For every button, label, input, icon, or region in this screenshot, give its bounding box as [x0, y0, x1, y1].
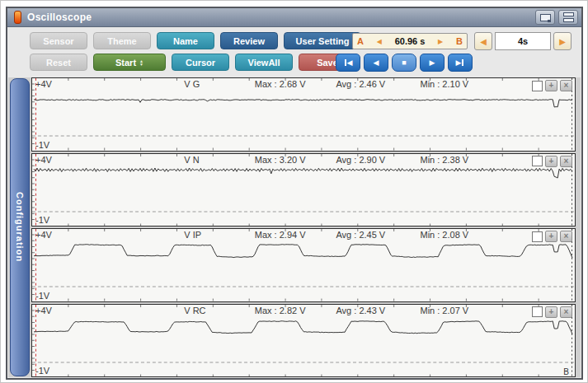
start-button[interactable]: Start ▲▼: [93, 54, 166, 71]
stop-button[interactable]: ■: [392, 54, 416, 72]
min-stat: Min : 2.38 V: [420, 155, 468, 165]
cursor-b-label: B: [456, 36, 463, 46]
title-bar: Oscilloscope: [7, 8, 581, 27]
y-max-label: +4V: [35, 230, 52, 240]
timebase-decrease-button[interactable]: ◀: [474, 32, 492, 50]
channel-name: V IP: [184, 230, 201, 240]
y-min-label: -1V: [35, 215, 49, 225]
monitor-icon: [540, 14, 551, 21]
reset-button[interactable]: Reset: [30, 54, 87, 71]
max-stat: Max : 2.82 V: [255, 306, 306, 315]
avg-stat: Avg : 2.43 V: [336, 306, 385, 315]
skip-to-end-button[interactable]: ▶: [448, 54, 473, 72]
waveform-canvas: [32, 229, 575, 301]
channel-select-checkbox[interactable]: [532, 81, 543, 91]
left-arrow-icon: ◀: [480, 37, 487, 46]
close-icon[interactable]: ×: [560, 231, 572, 242]
snapshot-button[interactable]: [535, 10, 555, 25]
max-stat: Max : 3.20 V: [255, 155, 306, 165]
bar-icon: [462, 59, 463, 66]
close-icon[interactable]: ×: [560, 80, 572, 91]
close-icon[interactable]: ×: [560, 306, 572, 318]
zoom-in-icon[interactable]: +: [545, 306, 557, 318]
plot-area: Configuration +4V V G Max : 2.68 V Avg :…: [8, 77, 581, 377]
timebase-control: ◀ 4s ▶: [474, 32, 572, 50]
y-max-label: +4V: [35, 79, 52, 89]
review-button[interactable]: Review: [220, 32, 278, 49]
timebase-increase-button[interactable]: ▶: [553, 32, 572, 50]
min-stat: Min : 2.07 V: [420, 306, 468, 315]
channel-select-checkbox[interactable]: [532, 231, 543, 242]
min-stat: Min : 2.08 V: [420, 230, 468, 240]
channel-panel-vip: +4V V IP Max : 2.94 V Avg : 2.45 V Min :…: [31, 228, 576, 302]
channel-select-checkbox[interactable]: [532, 306, 543, 317]
zoom-in-icon[interactable]: +: [545, 156, 557, 167]
toolbar: Sensor Theme Name Review User Setting Re…: [7, 27, 581, 77]
right-arrow-icon: ▶: [559, 37, 566, 46]
window-title: Oscilloscope: [27, 12, 92, 23]
theme-button[interactable]: Theme: [93, 32, 151, 49]
avg-stat: Avg : 2.46 V: [336, 79, 385, 89]
ab-interval-field[interactable]: A ◀ 60.96 s ▶ B: [352, 33, 468, 49]
cursor-a-arrow-icon[interactable]: ◀: [377, 38, 382, 45]
min-stat: Min : 2.10 V: [420, 79, 468, 89]
transport-controls: ◀ ◀ ■ ▶ ▶: [336, 54, 473, 72]
oscilloscope-window: Oscilloscope Sensor Theme Name Review Us…: [6, 7, 583, 380]
stacked-bars-icon: [563, 12, 574, 22]
y-min-label: -1V: [35, 291, 49, 301]
bar-icon: [345, 59, 346, 66]
close-icon[interactable]: ×: [560, 156, 572, 167]
y-max-label: +4V: [35, 155, 52, 165]
sensor-button[interactable]: Sensor: [30, 32, 87, 49]
cursor-a-label: A: [357, 36, 364, 46]
waveform-canvas: [32, 78, 575, 151]
channel-stack: +4V V G Max : 2.68 V Avg : 2.46 V Min : …: [31, 77, 576, 377]
app-icon: [14, 11, 21, 24]
y-max-label: +4V: [35, 306, 52, 315]
channel-name: V G: [184, 79, 200, 89]
b-cursor-label: B: [563, 367, 569, 376]
screenshot-frame: Oscilloscope Sensor Theme Name Review Us…: [0, 0, 588, 383]
max-stat: Max : 2.94 V: [255, 230, 306, 240]
channel-name: V RC: [184, 306, 205, 315]
time-controls: A ◀ 60.96 s ▶ B ◀ 4s ▶: [352, 32, 572, 50]
avg-stat: Avg : 2.45 V: [336, 230, 385, 240]
viewall-button[interactable]: ViewAll: [235, 54, 293, 71]
name-button[interactable]: Name: [157, 32, 214, 49]
timebase-value: 4s: [495, 32, 551, 50]
max-stat: Max : 2.68 V: [255, 79, 306, 89]
zoom-in-icon[interactable]: +: [545, 80, 557, 91]
play-backward-button[interactable]: ◀: [364, 54, 388, 72]
cursor-button[interactable]: Cursor: [172, 54, 229, 71]
play-forward-button[interactable]: ▶: [420, 54, 445, 72]
y-min-label: -1V: [35, 140, 49, 150]
ab-interval-value: 60.96 s: [395, 36, 426, 46]
channel-panel-vn: +4V V N Max : 3.20 V Avg : 2.90 V Min : …: [31, 153, 576, 227]
skip-to-start-button[interactable]: ◀: [336, 54, 360, 72]
y-min-label: -1V: [35, 366, 49, 376]
waveform-canvas: [32, 154, 575, 227]
channel-panel-vg: +4V V G Max : 2.68 V Avg : 2.46 V Min : …: [31, 77, 576, 152]
channel-panel-vrc: +4V V RC Max : 2.82 V Avg : 2.43 V Min :…: [31, 304, 576, 378]
spinner-icon[interactable]: ▲▼: [139, 59, 143, 66]
waveform-canvas: [32, 305, 575, 377]
configuration-tab[interactable]: Configuration: [10, 78, 30, 376]
channel-name: V N: [184, 155, 199, 165]
channel-select-checkbox[interactable]: [532, 156, 543, 166]
cursor-b-arrow-icon[interactable]: ▶: [438, 38, 443, 45]
layout-button[interactable]: [558, 10, 578, 25]
avg-stat: Avg : 2.90 V: [336, 155, 385, 165]
zoom-in-icon[interactable]: +: [545, 231, 557, 242]
user-setting-button[interactable]: User Setting: [284, 32, 361, 49]
